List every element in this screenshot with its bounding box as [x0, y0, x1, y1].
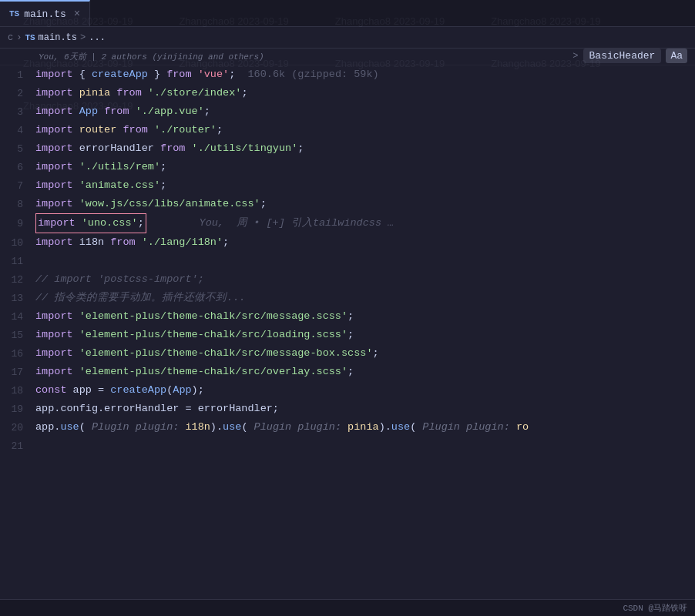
token-id	[73, 198, 79, 209]
code-line-1: 1import { createApp } from 'vue'; 160.6k…	[0, 65, 695, 84]
line-number: 12	[0, 274, 31, 286]
line9-box: import 'uno.css';	[35, 213, 146, 233]
tab-filename: main.ts	[24, 8, 66, 20]
token-id	[98, 105, 104, 117]
code-line-17: 17import 'element-plus/theme-chalk/src/o…	[0, 363, 695, 381]
token-size-hint: 160.6k (gzipped: 59k)	[235, 69, 378, 80]
token-id: errorHandler	[73, 142, 160, 154]
token-kw: import	[35, 124, 73, 136]
token-punct: ;	[217, 124, 223, 136]
line9-ghost: You, 周 • [+] 引入tailwindcss …	[149, 217, 394, 229]
token-id: i18n	[73, 236, 111, 248]
token-kw: import	[35, 69, 73, 80]
token-punct: ).	[379, 421, 391, 433]
token-id: app	[67, 384, 99, 396]
token-str: './router'	[154, 124, 217, 136]
line-number: 18	[0, 385, 31, 397]
line-content: import errorHandler from './utils/tingyu…	[31, 139, 695, 158]
widget-label[interactable]: BasicHeader	[583, 49, 662, 63]
token-id	[73, 161, 79, 172]
token-str: 'element-plus/theme-chalk/src/message.sc…	[79, 310, 348, 322]
token-id-yellow: pinia	[79, 87, 111, 99]
token-punct: ;	[348, 329, 354, 340]
widget-arrow: >	[572, 51, 578, 62]
token-fn: use	[60, 421, 79, 433]
bc-sep2: >	[80, 32, 86, 43]
token-id	[73, 124, 79, 136]
breadcrumb-file: main.ts	[39, 32, 77, 43]
code-line-8: 8import 'wow.js/css/libs/animate.css';	[0, 195, 695, 213]
breadcrumb-ts-icon: TS	[25, 33, 35, 42]
token-punct: ;	[297, 142, 304, 154]
code-line-21: 21	[0, 437, 695, 455]
token-id	[73, 347, 79, 359]
line-content: import 'element-plus/theme-chalk/src/ove…	[31, 363, 695, 381]
code-line-11: 11	[0, 252, 695, 270]
code-line-4: 4import router from './router';	[0, 121, 695, 139]
token-id-blue: App	[79, 105, 98, 117]
token-kw: import	[35, 329, 73, 340]
token-punct: }	[148, 69, 166, 80]
token-inline-hint: Plugin plugin:	[416, 421, 516, 433]
tab-close-button[interactable]: ×	[74, 8, 80, 20]
token-str: 'element-plus/theme-chalk/src/message-bo…	[79, 347, 373, 359]
line-content: // import 'postcss-import';	[31, 270, 695, 289]
token-id	[73, 329, 79, 340]
token-punct: =	[185, 403, 191, 414]
status-bar: CSDN @马踏铁呀	[0, 599, 695, 616]
line-content: import { createApp } from 'vue'; 160.6k …	[31, 65, 695, 84]
token-id	[73, 105, 79, 117]
token-kw: import	[35, 198, 73, 209]
line-number: 16	[0, 348, 31, 360]
right-widget: > BasicHeader Aa	[572, 49, 687, 63]
token-inline-hint: Plugin plugin:	[247, 421, 348, 433]
token-kw: import	[35, 105, 73, 117]
token-punct: ;	[372, 347, 378, 359]
token-id	[185, 142, 191, 154]
line-number: 17	[0, 367, 31, 378]
token-kw: from	[166, 69, 191, 80]
line-number: 2	[0, 88, 31, 99]
token-fn: createApp	[110, 384, 166, 396]
code-line-5: 5import errorHandler from './utils/tingy…	[0, 139, 695, 158]
token-id	[142, 87, 148, 99]
token-kw: import	[35, 179, 73, 191]
token-kw: from	[110, 236, 135, 248]
token-str: './lang/i18n'	[142, 236, 223, 248]
token-id-yellow: i18n	[185, 421, 210, 433]
token-punct: ;	[204, 105, 210, 117]
line-number: 3	[0, 106, 31, 118]
line-content: import router from './router';	[31, 121, 695, 139]
line-number: 21	[0, 440, 31, 452]
bc-sep1: ›	[16, 32, 22, 43]
tab-main-ts[interactable]: TS main.ts ×	[0, 0, 90, 26]
code-line-6: 6import './utils/rem';	[0, 158, 695, 176]
token-kw: import	[35, 310, 73, 322]
editor: 1import { createApp } from 'vue'; 160.6k…	[0, 65, 695, 616]
code-line-18: 18const app = createApp(App);	[0, 381, 695, 400]
token-punct: (	[79, 421, 86, 433]
line-content: import 'wow.js/css/libs/animate.css';	[31, 195, 695, 213]
line-content: import 'uno.css'; You, 周 • [+] 引入tailwin…	[31, 213, 695, 233]
line-number: 13	[0, 293, 31, 304]
line-content: app.use( Plugin plugin: i18n).use( Plugi…	[31, 418, 695, 437]
breadcrumb-c: c	[8, 32, 13, 43]
status-text: CSDN @马踏铁呀	[623, 602, 687, 614]
code-line-10: 10import i18n from './lang/i18n';	[0, 233, 695, 252]
line-number: 19	[0, 403, 31, 415]
code-line-16: 16import 'element-plus/theme-chalk/src/m…	[0, 344, 695, 363]
line-content: import App from './app.vue';	[31, 102, 695, 121]
token-str: 'uno.css'	[82, 217, 138, 229]
token-punct: ;	[160, 179, 166, 191]
line-number: 14	[0, 311, 31, 323]
token-punct: ;	[260, 198, 267, 209]
token-kw: from	[104, 105, 129, 117]
token-str: './utils/rem'	[79, 161, 160, 172]
token-punct: );	[192, 384, 204, 396]
widget-aa-button[interactable]: Aa	[666, 49, 687, 63]
line-number: 20	[0, 422, 31, 434]
token-id	[73, 179, 79, 191]
line-content: import 'element-plus/theme-chalk/src/mes…	[31, 344, 695, 363]
line-number: 1	[0, 69, 31, 81]
token-str: 'animate.css'	[79, 179, 160, 191]
